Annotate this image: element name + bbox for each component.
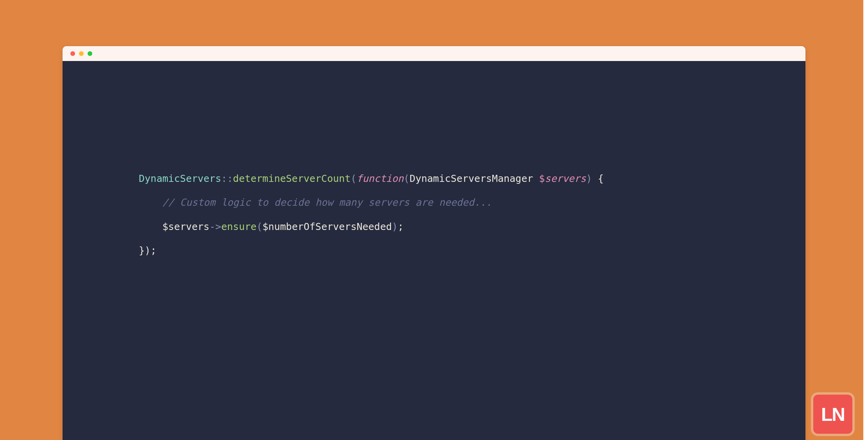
token-variable: servers	[168, 221, 209, 232]
token-type: DynamicServersManager	[409, 173, 533, 184]
token-method: determineServerCount	[233, 173, 351, 184]
logo-badge: LN	[813, 395, 852, 434]
code-line-4: });	[139, 239, 805, 262]
maximize-icon[interactable]	[88, 51, 92, 56]
code-editor: DynamicServers::determineServerCount(fun…	[63, 61, 805, 440]
token-dollar: $	[162, 221, 168, 232]
minimize-icon[interactable]	[79, 51, 84, 56]
token-keyword: function	[357, 173, 404, 184]
token-indent	[139, 221, 162, 232]
logo-text: LN	[821, 404, 845, 425]
token-dollar: $	[539, 173, 545, 184]
token-paren: )	[392, 221, 398, 232]
token-space	[533, 173, 539, 184]
token-brace: {	[592, 173, 604, 184]
token-comment: // Custom logic to decide how many serve…	[162, 197, 492, 208]
token-paren: (	[404, 173, 409, 184]
editor-window: DynamicServers::determineServerCount(fun…	[63, 46, 805, 440]
code-line-3: $servers->ensure($numberOfServersNeeded)…	[139, 215, 805, 239]
token-variable: servers	[545, 173, 586, 184]
token-paren: (	[351, 173, 357, 184]
token-closing: });	[139, 245, 156, 256]
token-scope: ::	[221, 173, 233, 184]
token-paren: (	[256, 221, 262, 232]
close-icon[interactable]	[70, 51, 75, 56]
page-edge	[863, 0, 868, 440]
token-semicolon: ;	[398, 221, 404, 232]
code-line-2: // Custom logic to decide how many serve…	[139, 190, 805, 214]
window-titlebar	[63, 46, 805, 61]
token-class: DynamicServers	[139, 173, 221, 184]
token-method: ensure	[221, 221, 256, 232]
token-paren: )	[586, 173, 592, 184]
token-arrow: ->	[210, 221, 221, 232]
token-dollar: $	[262, 221, 268, 232]
token-indent	[139, 197, 162, 208]
token-argument: numberOfServersNeeded	[268, 221, 392, 232]
code-line-1: DynamicServers::determineServerCount(fun…	[139, 167, 805, 190]
